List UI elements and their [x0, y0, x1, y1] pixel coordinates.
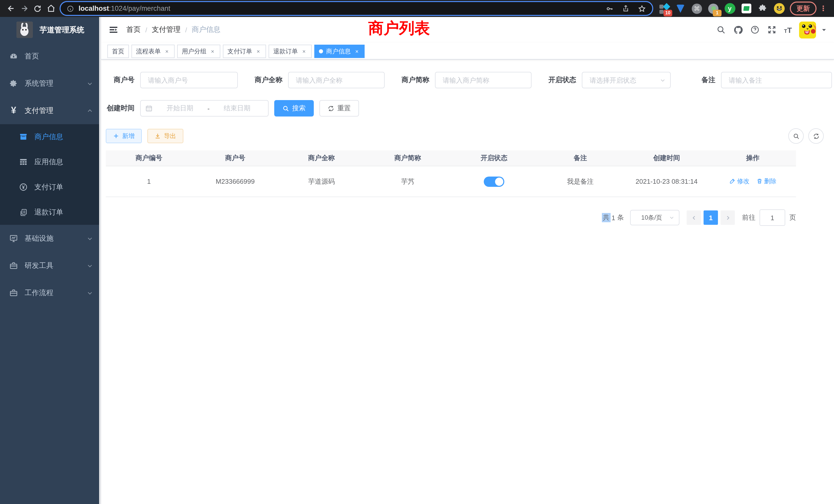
sidebar-item-refund-order[interactable]: 退款订单 — [0, 200, 101, 225]
sidebar-item-label: 应用信息 — [35, 157, 63, 166]
chevron-down-icon — [87, 290, 93, 296]
close-icon[interactable]: × — [210, 48, 216, 54]
home-icon[interactable] — [44, 2, 58, 15]
caret-down-icon[interactable] — [821, 27, 827, 32]
total-count: 共 1 条 — [602, 213, 625, 222]
page-size-select[interactable] — [630, 210, 679, 225]
end-date-placeholder[interactable]: 结束日期 — [211, 104, 263, 113]
sidebar-item-label: 支付管理 — [25, 106, 53, 115]
search-icon[interactable] — [716, 25, 726, 35]
short-name-input[interactable] — [435, 72, 531, 88]
delete-link[interactable]: 删除 — [756, 177, 776, 186]
site-info-icon[interactable] — [67, 5, 74, 12]
close-icon[interactable]: × — [255, 48, 261, 54]
back-icon[interactable] — [4, 2, 18, 15]
sidebar-item-system[interactable]: 系统管理 — [0, 70, 101, 97]
extension-tabs-icon[interactable]: 10 — [658, 3, 670, 14]
sidebar-item-payment[interactable]: ¥ 支付管理 — [0, 97, 101, 124]
profile-emoji-icon[interactable] — [773, 3, 785, 14]
sidebar-item-merchant-info[interactable]: 商户信息 — [0, 124, 101, 150]
sidebar: 芋道管理系统 首页 系统管理 ¥ 支付管理 — [0, 17, 101, 504]
github-icon[interactable] — [733, 25, 743, 35]
share-icon[interactable] — [622, 5, 630, 12]
sidebar-item-app-info[interactable]: 应用信息 — [0, 150, 101, 175]
status-toggle-on[interactable] — [484, 176, 504, 187]
chevron-down-icon — [87, 80, 93, 87]
sidebar-item-label: 研发工具 — [25, 261, 53, 270]
export-button[interactable]: 导出 — [147, 129, 183, 143]
sidebar-item-label: 支付订单 — [35, 182, 63, 192]
short-name-label: 商户简称 — [400, 75, 429, 85]
grid-icon — [19, 158, 28, 166]
goto-page-input[interactable] — [760, 209, 785, 226]
extension-blob-icon[interactable]: 1 — [708, 3, 719, 14]
font-size-icon[interactable]: TT — [784, 25, 792, 34]
sidebar-item-pay-order[interactable]: 支付订单 — [0, 175, 101, 200]
date-range-picker[interactable]: 开始日期 - 结束日期 — [140, 100, 269, 116]
full-name-input[interactable] — [288, 72, 385, 88]
close-icon[interactable]: × — [164, 48, 170, 54]
sidebar-item-workflow[interactable]: 工作流程 — [0, 279, 101, 306]
sidebar-fold-icon[interactable] — [108, 25, 118, 35]
show-search-toggle-button[interactable] — [788, 128, 804, 144]
breadcrumb-current: 商户信息 — [192, 25, 221, 35]
refresh-table-button[interactable] — [808, 128, 824, 144]
breadcrumb-home[interactable]: 首页 — [126, 25, 141, 35]
cell-merchant-id: 1 — [106, 166, 192, 197]
browser-toolbar: localhost:1024/pay/merchant 10 — [0, 0, 834, 17]
password-key-icon[interactable] — [606, 4, 614, 13]
prev-page-button[interactable] — [687, 210, 701, 225]
status-select[interactable] — [582, 72, 671, 88]
extension-kite-icon[interactable] — [675, 3, 686, 14]
sidebar-item-infrastructure[interactable]: 基础设施 — [0, 225, 101, 252]
tag-tab-process-form[interactable]: 流程表单× — [131, 45, 175, 58]
tag-tab-refund-order[interactable]: 退款订单× — [269, 45, 312, 58]
search-button[interactable]: 搜索 — [274, 100, 314, 116]
breadcrumb-separator: / — [145, 26, 147, 33]
sidebar-item-dev-tools[interactable]: 研发工具 — [0, 252, 101, 279]
help-icon[interactable] — [750, 25, 760, 35]
download-icon — [155, 133, 161, 139]
reload-icon[interactable] — [31, 2, 44, 15]
address-bar[interactable]: localhost:1024/pay/merchant — [60, 1, 653, 16]
forward-icon[interactable] — [18, 2, 31, 15]
merchant-page: 商户号 商户全称 商户简称 开启状态 — [101, 60, 834, 504]
sidebar-item-label: 工作流程 — [25, 288, 53, 297]
extensions-puzzle-icon[interactable] — [757, 3, 768, 14]
add-button[interactable]: 新增 — [106, 129, 142, 143]
extension-chat-icon[interactable] — [741, 3, 752, 14]
url-host: localhost — [79, 5, 109, 12]
table-row: 1 M233666999 芋道源码 芋艿 我是备注 2021-10-23 08:… — [106, 166, 796, 197]
sidebar-scrollbar[interactable] — [99, 17, 101, 504]
bookmark-star-icon[interactable] — [638, 4, 646, 13]
extension-y-icon[interactable]: y — [724, 3, 736, 14]
close-icon[interactable]: × — [354, 48, 360, 54]
sidebar-item-label: 基础设施 — [25, 234, 53, 243]
cell-create-time: 2021-10-23 08:31:14 — [623, 166, 710, 197]
start-date-placeholder[interactable]: 开始日期 — [154, 104, 206, 113]
sidebar-item-home[interactable]: 首页 — [0, 43, 101, 70]
next-page-button[interactable] — [721, 210, 735, 225]
merchant-no-input[interactable] — [140, 72, 238, 88]
breadcrumb-payment[interactable]: 支付管理 — [152, 25, 180, 35]
extension-badge: 10 — [663, 9, 672, 16]
sidebar-item-label: 商户信息 — [35, 132, 63, 141]
browser-menu-icon[interactable]: ⋮ — [820, 7, 827, 10]
close-icon[interactable]: × — [301, 48, 307, 54]
extension-command-icon[interactable]: ⌘ — [691, 3, 703, 14]
avatar[interactable] — [799, 21, 816, 38]
tag-tab-merchant-info-active[interactable]: 商户信息× — [314, 45, 365, 58]
tag-tab-pay-order[interactable]: 支付订单× — [223, 45, 266, 58]
filter-row-2: 创建时间 开始日期 - 结束日期 — [101, 100, 834, 116]
reset-button[interactable]: 重置 — [320, 100, 359, 116]
update-button[interactable]: 更新 — [790, 2, 816, 16]
tag-tab-home[interactable]: 首页 — [107, 45, 129, 58]
extension-row: 10 ⌘ 1 y — [658, 3, 785, 14]
remark-input[interactable] — [721, 72, 832, 88]
tag-tab-user-group[interactable]: 用户分组× — [177, 45, 220, 58]
edit-link[interactable]: 修改 — [729, 177, 749, 186]
shop-icon — [19, 132, 28, 141]
sidebar-logo-row[interactable]: 芋道管理系统 — [0, 17, 101, 43]
fullscreen-icon[interactable] — [767, 25, 777, 35]
page-1-button[interactable]: 1 — [704, 210, 718, 225]
